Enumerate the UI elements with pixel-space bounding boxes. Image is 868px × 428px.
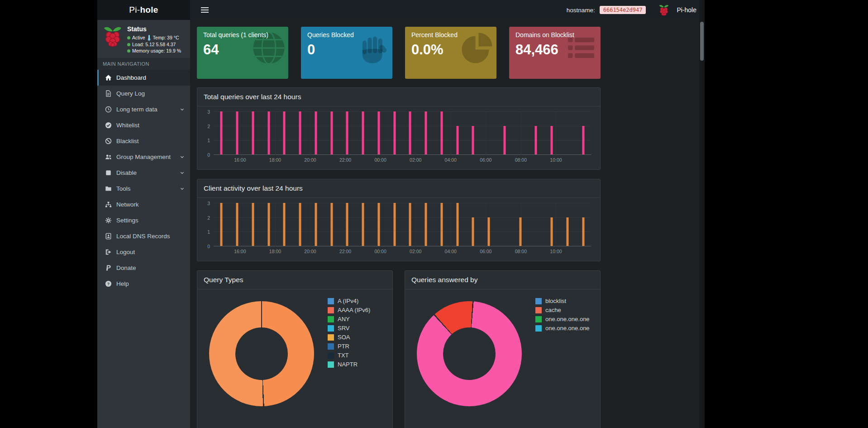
bar[interactable] [236, 203, 238, 246]
legend-swatch [328, 307, 334, 313]
bar[interactable] [267, 203, 270, 246]
bar[interactable] [440, 203, 443, 246]
legend-label: blocklist [545, 298, 566, 304]
donut-chart[interactable] [417, 301, 522, 406]
donate-icon [104, 264, 113, 271]
legend-item-any[interactable]: ANY [328, 316, 370, 322]
app-logo[interactable]: Pi-hole [97, 0, 190, 20]
panel-title: Client activity over last 24 hours [197, 179, 600, 198]
legend-item-srv[interactable]: SRV [328, 325, 370, 332]
sidebar-item-query-log[interactable]: Query Log [97, 86, 190, 101]
thermometer-icon [147, 34, 151, 41]
sidebar-item-local-dns-records[interactable]: Local DNS Records [97, 228, 190, 244]
sidebar-item-network[interactable]: Network [97, 197, 190, 212]
legend-item-soa[interactable]: SOA [328, 334, 370, 341]
legend-item-naptr[interactable]: NAPTR [328, 361, 370, 368]
legend-item-cache[interactable]: cache [535, 307, 590, 313]
bar[interactable] [377, 111, 380, 154]
bar[interactable] [393, 111, 396, 154]
bar[interactable] [377, 203, 380, 246]
bar[interactable] [582, 217, 584, 246]
x-tick-label: 18:00 [269, 157, 281, 163]
bar[interactable] [315, 203, 317, 246]
bar[interactable] [220, 203, 223, 246]
legend-item-one-one-one-one[interactable]: one.one.one.one [535, 316, 590, 322]
sidebar-item-dashboard[interactable]: Dashboard [97, 70, 190, 86]
sidebar-toggle-icon[interactable] [196, 3, 214, 17]
legend-item-ptr[interactable]: PTR [328, 343, 370, 350]
status-active-dot [127, 36, 130, 39]
stat-card-queries-blocked[interactable]: Queries Blocked0 [301, 27, 392, 79]
sidebar-item-tools[interactable]: Tools [97, 181, 190, 197]
sidebar-item-logout[interactable]: Logout [97, 244, 190, 260]
bar[interactable] [503, 126, 506, 154]
x-tick-label: 02:00 [410, 157, 421, 163]
scrollbar-thumb[interactable] [700, 22, 704, 61]
sidebar-item-label: Settings [116, 217, 138, 224]
legend-item-blocklist[interactable]: blocklist [535, 298, 590, 304]
legend-item-aaaa-ipv6[interactable]: AAAA (IPv6) [328, 307, 370, 313]
bar[interactable] [472, 217, 474, 246]
legend-swatch [328, 343, 334, 350]
sidebar-item-group-management[interactable]: Group Management [97, 149, 190, 165]
legend-item-one-one-one-one[interactable]: one.one.one.one [535, 325, 590, 332]
bar[interactable] [582, 126, 584, 154]
bar[interactable] [283, 111, 286, 154]
bar[interactable] [535, 126, 537, 154]
bar[interactable] [409, 203, 411, 246]
bar[interactable] [346, 203, 348, 246]
bar[interactable] [425, 111, 427, 154]
queries-answered-by-chart: blocklistcacheone.one.one.oneone.one.one… [410, 295, 595, 406]
bar[interactable] [519, 217, 521, 246]
panel-query-types: Query Types A (IPv4)AAAA (IPv6)ANYSRVSOA… [197, 270, 393, 428]
bar[interactable] [456, 126, 458, 154]
legend-item-a-ipv4[interactable]: A (IPv4) [328, 298, 370, 304]
bar[interactable] [252, 111, 254, 154]
sidebar-item-help[interactable]: ?Help [97, 276, 190, 292]
bar[interactable] [283, 203, 286, 246]
sidebar-item-disable[interactable]: Disable [97, 165, 190, 181]
bar[interactable] [566, 217, 568, 246]
stat-card-total-queries-1-clients[interactable]: Total queries (1 clients)64 [197, 27, 288, 79]
stat-card-percent-blocked[interactable]: Percent Blocked0.0% [405, 27, 496, 79]
scrollbar-track[interactable] [699, 0, 705, 428]
bar[interactable] [551, 126, 553, 154]
bar[interactable] [252, 203, 254, 246]
bar[interactable] [330, 111, 333, 154]
sidebar-item-whitelist[interactable]: Whitelist [97, 117, 190, 133]
bar[interactable] [409, 111, 411, 154]
bar[interactable] [551, 217, 553, 246]
bar[interactable] [330, 203, 333, 246]
bar[interactable] [362, 203, 364, 246]
stat-card-domains-on-blocklist[interactable]: Domains on Blocklist84,466 [509, 27, 601, 79]
bar[interactable] [362, 111, 364, 154]
legend-item-txt[interactable]: TXT [328, 352, 370, 359]
donut-chart[interactable] [209, 301, 314, 406]
bar[interactable] [456, 203, 458, 246]
sidebar-item-label: Group Management [116, 154, 171, 160]
legend-swatch [328, 334, 334, 341]
bar[interactable] [315, 111, 317, 154]
bar[interactable] [440, 111, 443, 154]
navbar-brand-text[interactable]: Pi-hole [677, 6, 696, 14]
bar[interactable] [472, 126, 474, 154]
sidebar-item-donate[interactable]: Donate [97, 260, 190, 276]
sidebar-item-blacklist[interactable]: Blacklist [97, 133, 190, 149]
bar[interactable] [425, 203, 427, 246]
bar[interactable] [299, 203, 301, 246]
sidebar-item-long-term-data[interactable]: Long term data [97, 101, 190, 117]
bar[interactable] [299, 111, 301, 154]
bottom-row: Query Types A (IPv4)AAAA (IPv6)ANYSRVSOA… [197, 270, 601, 428]
bar[interactable] [393, 203, 396, 246]
bar[interactable] [346, 111, 348, 154]
bar[interactable] [488, 217, 490, 246]
main-content: Total queries (1 clients)64Queries Block… [190, 20, 699, 428]
bar[interactable] [236, 111, 238, 154]
top-navbar: Pi-hole hostname: 666154e2d947 Pi-hole [97, 0, 705, 20]
sidebar-item-settings[interactable]: Settings [97, 212, 190, 228]
legend-label: PTR [338, 343, 349, 350]
total-queries-chart[interactable]: 012316:0018:0020:0022:0000:0002:0004:000… [200, 110, 595, 166]
bar[interactable] [220, 111, 223, 154]
bar[interactable] [267, 111, 270, 154]
client-activity-chart[interactable]: 012316:0018:0020:0022:0000:0002:0004:000… [200, 202, 595, 257]
